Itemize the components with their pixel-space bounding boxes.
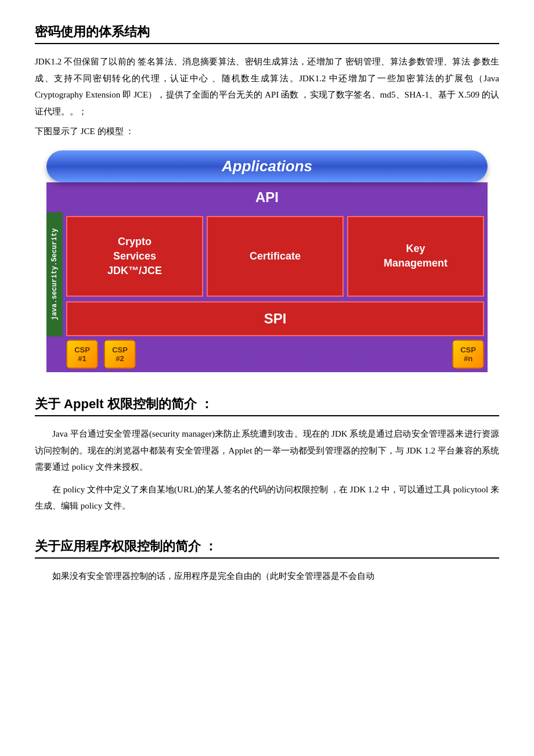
- crypto-services-text: Crypto Services JDK™/JCE: [107, 235, 162, 279]
- section1-title: 密码使用的体系结构: [35, 23, 499, 44]
- section-application: 关于应用程序权限控制的简介 ： 如果没有安全管理器控制的话，应用程序是完全自由的…: [35, 538, 499, 585]
- section3-paragraph1: 如果没有安全管理器控制的话，应用程序是完全自由的（此时安全管理器是不会自动: [35, 568, 499, 585]
- section-cryptography: 密码使用的体系结构 JDK1.2 不但保留了以前的 签名算法、消息摘要算法、密钥…: [35, 23, 499, 372]
- section3-title: 关于应用程序权限控制的简介 ：: [35, 538, 499, 559]
- sidebar-label: java.security.Security: [46, 213, 63, 337]
- jce-diagram: Applications API java.security.Security …: [46, 150, 488, 373]
- crypto-services-box: Crypto Services JDK™/JCE: [66, 216, 203, 297]
- section1-paragraph1: JDK1.2 不但保留了以前的 签名算法、消息摘要算法、密钥生成算法，还增加了 …: [35, 53, 499, 120]
- content-area: java.security.Security Crypto Services J…: [46, 213, 488, 337]
- key-management-box: Key Management: [347, 216, 484, 297]
- section1-paragraph2: 下图显示了 JCE 的模型 ：: [35, 123, 499, 140]
- section2-paragraph2: 在 policy 文件中定义了来自某地(URL)的某人签名的代码的访问权限控制 …: [35, 481, 499, 514]
- api-bar: API: [46, 182, 488, 213]
- csp-dots: . . . . . . . . . . . . . . .: [136, 348, 452, 361]
- applications-oval: Applications: [46, 150, 488, 182]
- key-management-text: Key Management: [384, 242, 448, 271]
- section-applet: 关于 Appelt 权限控制的简介 ： Java 平台通过安全管理器(secur…: [35, 395, 499, 514]
- columns-area: Crypto Services JDK™/JCE Certificate Key: [63, 213, 488, 337]
- section2-paragraph1: Java 平台通过安全管理器(security manager)来防止系统遭到攻…: [35, 426, 499, 476]
- section2-title: 关于 Appelt 权限控制的简介 ：: [35, 395, 499, 416]
- cspn-box: CSP #n: [452, 340, 484, 369]
- main-frame: API java.security.Security Crypto Servic…: [46, 182, 488, 373]
- spi-bar: SPI: [66, 301, 484, 336]
- certificate-text: Certificate: [250, 249, 301, 264]
- csp-row: CSP #1 CSP #2 . . . . . . . . . . . . . …: [46, 336, 488, 372]
- certificate-box: Certificate: [207, 216, 344, 297]
- three-columns: Crypto Services JDK™/JCE Certificate Key: [66, 216, 484, 297]
- csp2-box: CSP #2: [104, 340, 136, 369]
- csp1-box: CSP #1: [66, 340, 98, 369]
